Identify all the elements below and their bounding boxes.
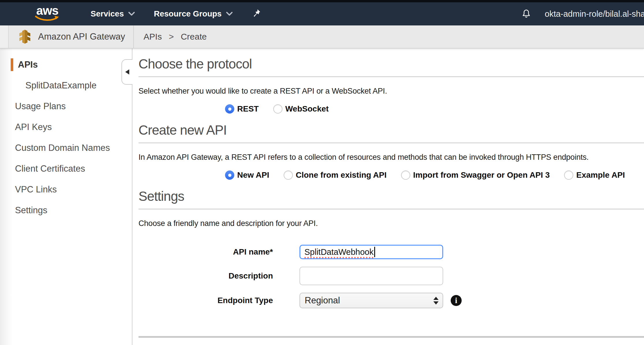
form-row-endpoint-type: Endpoint Type Regional i xyxy=(138,293,644,308)
nav-right-group: okta-admin-role/bilal.al-sha xyxy=(521,2,644,25)
api-gateway-icon xyxy=(18,29,32,44)
aws-console-window: aws Services Resource Groups xyxy=(0,0,644,345)
footer-divider xyxy=(138,336,644,338)
text-cursor xyxy=(374,247,375,257)
top-nav-bar: aws Services Resource Groups xyxy=(0,2,644,25)
sidebar-item-label: Custom Domain Names xyxy=(15,143,110,153)
info-icon[interactable]: i xyxy=(451,295,462,306)
sidebar-item-usage-plans[interactable]: Usage Plans xyxy=(0,96,132,117)
api-name-label: API name* xyxy=(138,247,273,257)
radio-selected-icon xyxy=(225,170,234,180)
section-title-settings: Settings xyxy=(138,189,644,203)
sidebar-item-settings[interactable]: Settings xyxy=(0,200,132,221)
api-name-input[interactable]: SplitDataWebhook xyxy=(299,245,443,259)
sidebar-item-splitdataexample[interactable]: SplitDataExample xyxy=(0,75,132,96)
sidebar-collapse-button[interactable] xyxy=(121,59,132,85)
bell-icon[interactable] xyxy=(521,8,531,19)
chevron-down-icon xyxy=(226,12,233,16)
radio-option-label: REST xyxy=(237,104,259,114)
sidebar-item-label: Usage Plans xyxy=(15,101,66,112)
chevron-left-icon xyxy=(125,69,129,75)
section-divider xyxy=(138,76,644,77)
radio-unselected-icon xyxy=(273,104,282,114)
section-divider xyxy=(138,142,644,143)
sidebar-item-api-keys[interactable]: API Keys xyxy=(0,117,132,138)
chevron-down-icon xyxy=(128,12,135,16)
radio-option-rest[interactable]: REST xyxy=(225,104,259,114)
create-api-description: In Amazon API Gateway, a REST API refers… xyxy=(138,152,644,162)
settings-form: API name* SplitDataWebhook Description E… xyxy=(138,245,644,308)
api-name-value: SplitDataWebhook xyxy=(304,247,374,257)
sidebar-item-label: API Keys xyxy=(15,122,52,132)
sidebar-item-label: APIs xyxy=(18,60,38,70)
main-content: Choose the protocol Select whether you w… xyxy=(138,49,644,338)
sidebar-item-custom-domain-names[interactable]: Custom Domain Names xyxy=(0,138,132,158)
sidebar-item-label: Settings xyxy=(15,205,47,216)
radio-unselected-icon xyxy=(401,170,410,180)
settings-description: Choose a friendly name and description f… xyxy=(138,218,644,229)
section-divider xyxy=(138,209,644,209)
section-title-protocol: Choose the protocol xyxy=(138,57,644,71)
endpoint-type-select[interactable]: Regional xyxy=(299,293,443,308)
radio-option-label: New API xyxy=(237,170,269,180)
radio-unselected-icon xyxy=(564,170,573,180)
create-api-radio-group: New API Clone from existing API Import f… xyxy=(225,169,644,181)
radio-option-clone-api[interactable]: Clone from existing API xyxy=(284,170,387,180)
service-header-bar: Amazon API Gateway APIs > Create xyxy=(0,25,644,49)
radio-option-websocket[interactable]: WebSocket xyxy=(273,104,329,114)
pushpin-icon[interactable] xyxy=(252,9,261,19)
sidebar-item-client-certificates[interactable]: Client Certificates xyxy=(0,158,132,179)
radio-option-example-api[interactable]: Example API xyxy=(564,170,625,180)
service-name: Amazon API Gateway xyxy=(38,31,125,42)
breadcrumb-separator: > xyxy=(169,32,174,42)
radio-option-label: Example API xyxy=(576,170,625,180)
radio-unselected-icon xyxy=(284,170,293,180)
service-bar-edge xyxy=(0,25,9,48)
breadcrumb-create: Create xyxy=(181,32,207,42)
sidebar-item-label: VPC Links xyxy=(15,184,57,195)
nav-services-label: Services xyxy=(91,9,124,18)
endpoint-type-label: Endpoint Type xyxy=(138,296,273,305)
aws-logo[interactable]: aws xyxy=(34,6,61,22)
nav-resource-groups-label: Resource Groups xyxy=(154,9,222,18)
nav-resource-groups-menu[interactable]: Resource Groups xyxy=(154,9,233,18)
service-home-link[interactable]: Amazon API Gateway xyxy=(18,29,125,44)
aws-logo-text: aws xyxy=(36,6,58,16)
radio-option-label: Import from Swagger or Open API 3 xyxy=(413,170,550,180)
sidebar-item-apis[interactable]: APIs xyxy=(11,58,132,71)
description-label: Description xyxy=(138,271,273,281)
browser-chrome-strip xyxy=(0,0,644,2)
radio-option-new-api[interactable]: New API xyxy=(225,170,269,180)
radio-option-import-swagger[interactable]: Import from Swagger or Open API 3 xyxy=(401,170,550,180)
select-stepper-icon xyxy=(433,297,439,305)
sidebar-nav-list: APIs SplitDataExample Usage Plans API Ke… xyxy=(0,49,132,221)
form-row-description: Description xyxy=(138,267,644,285)
sidebar: APIs SplitDataExample Usage Plans API Ke… xyxy=(0,49,132,345)
radio-option-label: WebSocket xyxy=(285,104,329,114)
endpoint-type-value: Regional xyxy=(305,295,340,306)
description-input[interactable] xyxy=(299,267,443,285)
radio-option-label: Clone from existing API xyxy=(296,170,387,180)
breadcrumb: APIs > Create xyxy=(144,32,207,42)
form-row-api-name: API name* SplitDataWebhook xyxy=(138,245,644,259)
section-title-create-api: Create new API xyxy=(138,123,644,137)
radio-selected-icon xyxy=(225,104,234,114)
aws-smile-icon xyxy=(35,16,60,22)
nav-services-menu[interactable]: Services xyxy=(91,9,135,18)
breadcrumb-apis[interactable]: APIs xyxy=(144,32,162,42)
protocol-description: Select whether you would like to create … xyxy=(138,86,644,96)
service-bar-divider xyxy=(133,25,134,48)
account-menu[interactable]: okta-admin-role/bilal.al-sha xyxy=(545,9,644,19)
sidebar-item-vpc-links[interactable]: VPC Links xyxy=(0,179,132,200)
sidebar-item-label: Client Certificates xyxy=(15,164,85,174)
protocol-radio-group: REST WebSocket xyxy=(225,103,644,115)
sidebar-item-label: SplitDataExample xyxy=(25,80,96,91)
